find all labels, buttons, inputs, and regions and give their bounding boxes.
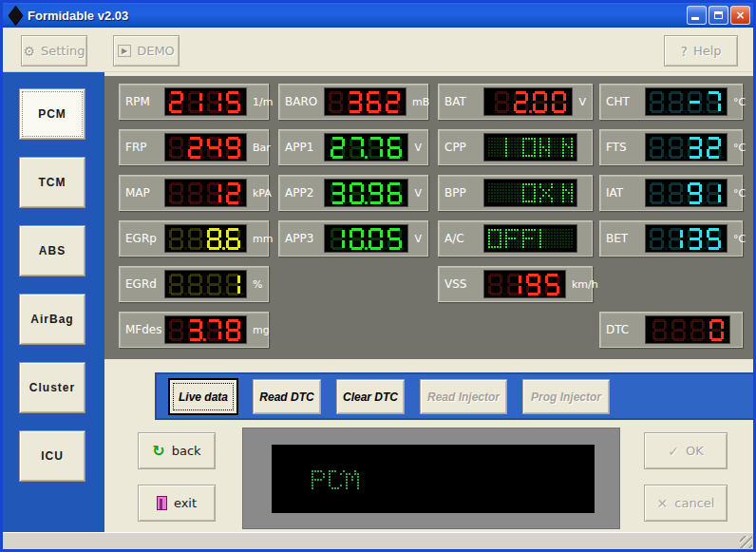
read-dtc-button[interactable]: Read DTC [253, 379, 321, 414]
panel-unit: mm [253, 233, 273, 245]
panel-unit: km/h [572, 278, 598, 291]
check-icon: ✓ [668, 444, 679, 459]
panel-label: DTC [606, 323, 645, 336]
panel-unit: °C [733, 142, 746, 154]
help-button-label: Help [693, 44, 722, 58]
sidebar-item-pcm[interactable]: PCM [19, 88, 85, 140]
led-display-app3 [324, 224, 408, 253]
sidebar-item-tcm[interactable]: TCM [19, 157, 85, 208]
led-display-fts [645, 133, 728, 162]
panel-bet: BET°C [599, 220, 743, 257]
panel-unit: mB [412, 96, 429, 108]
screen-text-pcm [312, 470, 360, 490]
panel-unit: °C [733, 96, 746, 108]
demo-button[interactable]: ▶ DEMO [113, 35, 180, 67]
panel-unit: V [414, 233, 422, 245]
message-screen-panel [242, 428, 620, 529]
sidebar-item-cluster[interactable]: Cluster [19, 362, 85, 413]
led-display-egrp [164, 224, 247, 253]
sidebar-item-airbag[interactable]: AirBag [19, 294, 85, 345]
led-display-rpm [164, 87, 247, 116]
panel-unit: °C [733, 233, 746, 245]
sidebar-item-icu[interactable]: ICU [19, 430, 85, 482]
action-button-strip: Live dataRead DTCClear DTCRead InjectorP… [155, 372, 753, 420]
led-display-cpp [483, 133, 577, 162]
led-display-a-c [483, 224, 577, 253]
panel-label: VSS [444, 277, 483, 291]
help-button[interactable]: ? Help [664, 35, 738, 67]
back-button-label: back [172, 444, 201, 458]
panel-baro: BAROmB [278, 84, 428, 120]
back-button[interactable]: ↻ back [138, 432, 216, 469]
panel-map: MAPkPA [119, 175, 269, 211]
led-display-app2 [324, 179, 408, 207]
led-display-area: RPM1/mFRPBarMAPkPAEGRpmmEGRd%MFdesmgBARO… [104, 76, 753, 359]
live-data-button[interactable]: Live data [169, 379, 237, 414]
prog-injector-button[interactable]: Prog Injector [522, 379, 610, 414]
clear-dtc-button[interactable]: Clear DTC [336, 379, 405, 414]
setting-button-label: Setting [41, 44, 85, 58]
panel-rpm: RPM1/m [119, 84, 269, 120]
sidebar-item-abs[interactable]: ABS [19, 225, 85, 276]
minimize-button[interactable] [687, 6, 707, 25]
panel-app1: APP1V [278, 129, 428, 165]
panel-label: CPP [444, 141, 483, 154]
panel-dtc: DTC [599, 312, 743, 348]
app-icon [9, 6, 24, 26]
gear-icon: ⚙ [23, 44, 35, 59]
panel-unit: V [414, 142, 422, 154]
status-bar [3, 532, 753, 549]
led-display-baro [324, 87, 406, 116]
panel-cht: CHT°C [599, 84, 743, 120]
panel-label: RPM [125, 95, 164, 108]
panel-label: EGRd [125, 277, 164, 291]
exit-button[interactable]: exit [138, 485, 216, 522]
panel-label: EGRp [125, 232, 164, 245]
panel-unit: V [578, 96, 586, 108]
panel-app2: APP2V [278, 175, 428, 211]
maximize-button[interactable] [709, 6, 728, 25]
exit-door-icon [157, 496, 167, 510]
minimize-icon [691, 17, 699, 20]
led-display-map [164, 179, 247, 207]
title-bar: Formidable v2.03 × [3, 3, 753, 28]
panel-label: FTS [606, 141, 645, 154]
panel-cpp: CPP [438, 129, 593, 165]
panel-label: APP3 [285, 232, 324, 245]
cancel-button-label: cancel [674, 496, 714, 510]
panel-label: BET [606, 232, 645, 245]
panel-unit: mg [253, 324, 270, 336]
panel-label: MAP [125, 186, 164, 200]
panel-label: A/C [444, 232, 483, 245]
ok-button[interactable]: ✓ OK [644, 432, 728, 469]
panel-iat: IAT°C [599, 175, 743, 211]
exit-button-label: exit [174, 496, 197, 510]
refresh-back-icon: ↻ [152, 445, 164, 458]
demo-button-label: DEMO [137, 44, 175, 58]
led-display-bet [645, 224, 728, 253]
panel-unit: °C [733, 187, 746, 200]
cancel-button[interactable]: ✕ cancel [644, 485, 728, 522]
panel-unit: 1/m [253, 96, 273, 108]
panel-label: BAT [444, 95, 483, 108]
app-window: Formidable v2.03 × ⚙ Setting ▶ DEMO ? He… [0, 0, 756, 552]
panel-label: APP2 [285, 186, 324, 200]
panel-fts: FTS°C [599, 129, 743, 165]
close-button[interactable]: × [730, 6, 750, 25]
panel-app3: APP3V [278, 220, 428, 257]
resize-grip[interactable] [740, 536, 752, 548]
question-icon: ? [680, 44, 687, 59]
panel-label: MFdes [125, 323, 164, 336]
led-display-vss [483, 270, 566, 298]
led-display-dtc [645, 315, 730, 344]
ok-button-label: OK [686, 444, 704, 458]
panel-label: BARO [285, 95, 324, 108]
setting-button[interactable]: ⚙ Setting [21, 35, 87, 67]
led-display-bpp [483, 179, 577, 207]
panel-egrd: EGRd% [119, 266, 269, 302]
x-icon: ✕ [657, 496, 669, 511]
read-injector-button[interactable]: Read Injector [420, 379, 507, 414]
main-body: PCMTCMABSAirBagClusterICU RPM1/mFRPBarMA… [3, 72, 753, 532]
led-display-cht [645, 87, 728, 116]
message-screen [272, 445, 595, 513]
